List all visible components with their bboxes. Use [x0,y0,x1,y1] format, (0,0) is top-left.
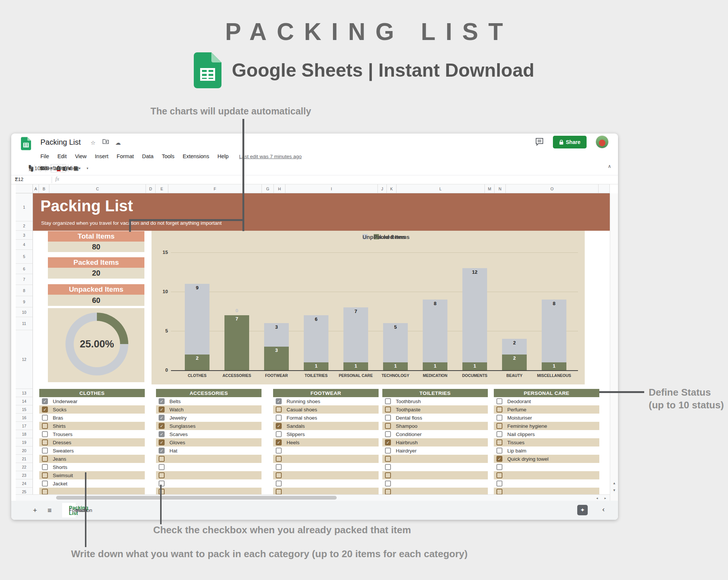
list-item-row[interactable] [382,488,488,494]
checkbox[interactable] [159,464,165,470]
row-header-21[interactable]: 21 [16,455,33,463]
list-item-row[interactable]: Feminine hygiene [494,422,599,430]
column-header-F[interactable]: F [168,184,262,193]
list-item-row[interactable] [382,479,488,488]
stat-value-2[interactable]: 60 [48,295,144,306]
list-item-row[interactable] [382,471,488,479]
checkbox[interactable] [159,489,165,494]
list-item-row[interactable]: ✓Underwear [39,397,145,405]
checkbox[interactable]: ✓ [159,406,165,412]
column-header-N[interactable]: N [495,184,506,193]
explore-icon[interactable]: ✦ [577,505,588,515]
menu-insert[interactable]: Insert [95,153,108,159]
list-item-row[interactable] [273,471,379,479]
row-header-23[interactable]: 23 [16,471,33,479]
list-item-row[interactable] [156,463,261,471]
column-header-H[interactable]: H [274,184,285,193]
collapse-toolbar-icon[interactable]: ∧ [608,163,611,169]
checkbox[interactable]: ✓ [159,448,165,454]
row-header-14[interactable]: 14 [16,397,33,405]
row-header-22[interactable]: 22 [16,463,33,471]
checkbox[interactable]: ✓ [159,431,165,437]
star-icon[interactable]: ☆ [91,139,95,146]
checkbox[interactable] [276,489,282,494]
checkbox[interactable]: ✓ [42,398,48,404]
row-header-10[interactable]: 10 [16,307,33,317]
column-header-L[interactable]: L [397,184,485,193]
row-header-16[interactable]: 16 [16,414,33,422]
list-item-row[interactable]: ✓Socks [39,405,145,414]
row-header-8[interactable]: 8 [16,285,33,296]
list-item-row[interactable]: Lip balm [494,446,599,455]
menu-data[interactable]: Data [142,153,154,159]
list-item-row[interactable]: Moisturiser [494,414,599,422]
checkbox[interactable] [496,423,502,429]
donut-chart[interactable]: 25.00% [48,308,144,382]
list-item-row[interactable] [273,455,379,463]
list-item-row[interactable]: ✓Jewelry [156,414,261,422]
checkbox[interactable] [276,415,282,421]
checkbox[interactable] [159,472,165,478]
column-header-I[interactable]: I [285,184,378,193]
list-item-row[interactable]: Toothpaste [382,405,488,414]
scroll-right-icon[interactable]: ▸ [602,495,609,501]
list-item-row[interactable]: Toothbrush [382,397,488,405]
last-edit-link[interactable]: Last edit was 7 minutes ago [239,154,302,159]
column-header-D[interactable]: D [146,184,156,193]
checkbox[interactable]: ✓ [42,406,48,412]
stat-label-1[interactable]: Packed Items [48,257,144,268]
list-item-row[interactable]: ✓Hat [156,446,261,455]
stat-value-0[interactable]: 80 [48,242,144,252]
checkbox[interactable] [385,472,391,478]
checkbox[interactable] [42,472,48,478]
checkbox[interactable]: ✓ [276,423,282,429]
checkbox[interactable] [276,472,282,478]
checkbox[interactable]: ✓ [159,423,165,429]
list-item-row[interactable]: Slippers [273,430,379,438]
list-item-row[interactable]: ✓Hairbrush [382,438,488,446]
list-item-row[interactable]: Jeans [39,455,145,463]
row-header-9[interactable]: 9 [16,296,33,307]
menu-extensions[interactable]: Extensions [183,153,209,159]
checkbox[interactable] [42,456,48,462]
list-item-row[interactable] [494,471,599,479]
list-item-row[interactable]: Deodorant [494,397,599,405]
column-header-K[interactable]: K [387,184,397,193]
row-header-7[interactable]: 7 [16,274,33,285]
row-header-4[interactable]: 4 [16,240,33,250]
add-sheet-icon[interactable]: + [33,506,37,515]
list-item-row[interactable]: Shampoo [382,422,488,430]
list-item-row[interactable]: Jacket [39,479,145,488]
all-sheets-icon[interactable]: ≡ [48,506,52,515]
list-item-row[interactable]: Shirts [39,422,145,430]
checkbox[interactable] [496,431,502,437]
list-item-row[interactable] [382,455,488,463]
menu-file[interactable]: File [40,153,49,159]
checkbox[interactable] [385,448,391,454]
column-header-M[interactable]: M [485,184,495,193]
list-item-row[interactable]: ✓Quick drying towel [494,455,599,463]
row-header-13[interactable]: 13 [16,389,33,397]
horizontal-scrollbar-thumb[interactable] [56,496,337,500]
row-header-5[interactable]: 5 [16,250,33,264]
list-item-row[interactable] [273,446,379,455]
list-item-row[interactable] [156,488,261,494]
checkbox[interactable] [42,448,48,454]
list-item-row[interactable]: ✓Watch [156,405,261,414]
menu-help[interactable]: Help [217,153,229,159]
checkbox[interactable] [42,415,48,421]
list-item-row[interactable] [494,479,599,488]
scroll-up-icon[interactable]: ▲ [611,480,618,486]
list-item-row[interactable] [156,471,261,479]
row-header-24[interactable]: 24 [16,479,33,488]
checkbox[interactable]: ✓ [159,415,165,421]
list-item-row[interactable] [382,463,488,471]
avatar[interactable] [596,135,609,148]
list-item-row[interactable]: Sweaters [39,446,145,455]
checkbox[interactable] [385,456,391,462]
checkbox[interactable] [385,431,391,437]
checkbox[interactable] [496,406,502,412]
checkbox[interactable] [496,481,502,487]
row-header-1[interactable]: 1 [16,193,33,221]
collapse-panel-icon[interactable]: ‹ [602,505,605,513]
